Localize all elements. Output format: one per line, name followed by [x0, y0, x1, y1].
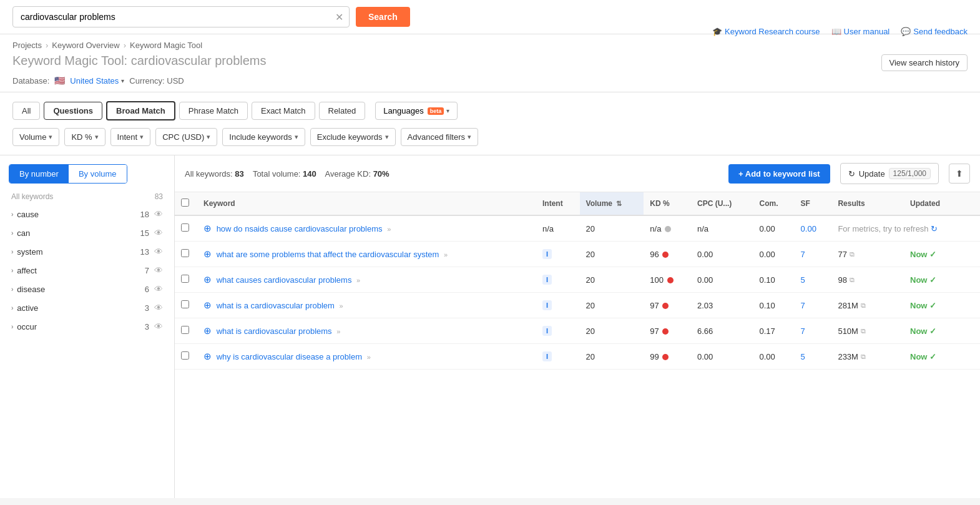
results-copy-icon[interactable]: ⧉ [850, 276, 855, 284]
kd-filter[interactable]: KD % ▾ [64, 128, 105, 146]
list-item[interactable]: › occur 3 👁 [9, 317, 165, 336]
database-country-link[interactable]: United States ▾ [70, 76, 124, 86]
tab-all[interactable]: All [12, 102, 40, 120]
eye-icon[interactable]: 👁 [154, 321, 163, 331]
keyword-link[interactable]: what is a cardiovascular problem [217, 301, 335, 310]
results-copy-icon[interactable]: ⧉ [861, 353, 866, 361]
intent-badge: I [542, 326, 552, 336]
sf-cell: 7 [795, 293, 832, 318]
clear-icon[interactable]: ✕ [335, 11, 343, 23]
user-manual-link[interactable]: 📖 User manual [831, 27, 890, 36]
row-checkbox[interactable] [181, 223, 189, 232]
updated-cell: Now ✓ [904, 293, 980, 318]
eye-icon[interactable]: 👁 [154, 303, 163, 313]
languages-button[interactable]: Languages beta ▾ [375, 102, 458, 120]
add-keyword-icon[interactable]: ⊕ [203, 351, 212, 361]
row-checkbox[interactable] [181, 326, 189, 334]
breadcrumb-projects[interactable]: Projects [12, 41, 42, 50]
volume-cell: 20 [580, 344, 644, 370]
intent-cell: I [536, 344, 580, 370]
volume-filter[interactable]: Volume ▾ [12, 128, 59, 146]
update-button[interactable]: ↻ Update 125/1,000 [840, 163, 939, 184]
cpc-filter[interactable]: CPC (USD) ▾ [155, 128, 217, 146]
keyword-link[interactable]: what causes cardiovascular problems [217, 275, 352, 285]
refresh-link[interactable]: ↻ [931, 224, 938, 233]
add-to-keyword-list-button[interactable]: + Add to keyword list [728, 164, 830, 184]
eye-icon[interactable]: 👁 [154, 247, 163, 257]
list-item[interactable]: › disease 6 👁 [9, 280, 165, 298]
tab-questions[interactable]: Questions [44, 102, 102, 120]
results-value: 98 ⧉ [838, 275, 898, 285]
send-feedback-link[interactable]: 💬 Send feedback [901, 27, 968, 36]
sf-value: 0.00 [801, 224, 816, 233]
results-copy-icon[interactable]: ⧉ [861, 327, 866, 335]
tab-phrase-match[interactable]: Phrase Match [179, 102, 248, 120]
list-item[interactable]: › cause 18 👁 [9, 205, 165, 223]
table-row: ⊕ why is cardiovascular disease a proble… [175, 344, 980, 370]
keyword-link[interactable]: why is cardiovascular disease a problem [217, 352, 362, 361]
kd-dot-icon [667, 277, 674, 283]
cpc-value: 6.66 [697, 326, 713, 336]
select-all-col [175, 192, 197, 215]
list-item[interactable]: › can 15 👁 [9, 223, 165, 242]
row-checkbox-col [175, 215, 197, 242]
add-keyword-icon[interactable]: ⊕ [203, 223, 212, 233]
intent-chevron-icon: ▾ [140, 133, 144, 141]
cpc-cell: 0.00 [691, 242, 753, 267]
table-body: ⊕ how do nsaids cause cardiovascular pro… [175, 215, 980, 370]
breadcrumb-sep-1: › [46, 41, 48, 50]
eye-icon[interactable]: 👁 [154, 284, 163, 294]
intent-filter[interactable]: Intent ▾ [110, 128, 151, 146]
add-keyword-icon[interactable]: ⊕ [203, 325, 212, 336]
advanced-filters[interactable]: Advanced filters ▾ [401, 128, 479, 146]
eye-icon[interactable]: 👁 [154, 265, 163, 275]
keyword-cell: ⊕ what is cardiovascular problems » [197, 318, 536, 344]
feedback-icon: 💬 [901, 27, 911, 36]
cpc-value: 0.00 [697, 250, 713, 259]
tab-related[interactable]: Related [319, 102, 366, 120]
database-chevron-icon: ▾ [121, 77, 124, 84]
list-item[interactable]: › affect 7 👁 [9, 261, 165, 280]
row-checkbox[interactable] [181, 351, 189, 360]
keyword-research-course-link[interactable]: 🎓 Keyword Research course [712, 27, 820, 36]
com-value: 0.00 [760, 352, 775, 361]
breadcrumb-keyword-magic[interactable]: Keyword Magic Tool [130, 41, 202, 50]
breadcrumb-keyword-overview[interactable]: Keyword Overview [52, 41, 119, 50]
cpc-value: n/a [697, 224, 708, 233]
keyword-link[interactable]: what is cardiovascular problems [217, 326, 332, 336]
cpc-chevron-icon: ▾ [207, 133, 210, 141]
select-all-checkbox[interactable] [181, 199, 189, 207]
row-checkbox[interactable] [181, 275, 189, 283]
results-copy-icon[interactable]: ⧉ [861, 302, 866, 310]
com-col-header: Com. [753, 192, 795, 215]
eye-icon[interactable]: 👁 [154, 228, 163, 238]
search-input[interactable] [12, 6, 350, 27]
list-item[interactable]: › system 13 👁 [9, 242, 165, 261]
export-button[interactable]: ⬆ [949, 164, 970, 184]
search-input-wrapper: ✕ [12, 6, 350, 27]
exclude-keywords-filter[interactable]: Exclude keywords ▾ [310, 128, 396, 146]
sidebar-item-chevron: › [11, 211, 13, 218]
tab-exact-match[interactable]: Exact Match [252, 102, 315, 120]
row-checkbox[interactable] [181, 300, 189, 308]
list-item[interactable]: › active 3 👁 [9, 298, 165, 317]
keyword-link[interactable]: what are some problems that affect the c… [217, 250, 439, 259]
view-history-button[interactable]: View search history [881, 54, 968, 71]
sidebar-item-label: affect [17, 266, 37, 275]
sidebar-toggle-by-volume[interactable]: By volume [69, 165, 127, 183]
results-cell: 77 ⧉ [831, 242, 904, 267]
results-cell: 98 ⧉ [831, 267, 904, 293]
add-keyword-icon[interactable]: ⊕ [203, 274, 212, 285]
tab-broad-match[interactable]: Broad Match [106, 101, 175, 120]
table-area: All keywords: 83 Total volume: 140 Avera… [175, 155, 980, 498]
add-keyword-icon[interactable]: ⊕ [203, 248, 212, 259]
eye-icon[interactable]: 👁 [154, 209, 163, 219]
keyword-link[interactable]: how do nsaids cause cardiovascular probl… [217, 224, 383, 233]
results-copy-icon[interactable]: ⧉ [850, 250, 855, 258]
search-button[interactable]: Search [356, 7, 410, 27]
add-keyword-icon[interactable]: ⊕ [203, 300, 212, 310]
include-keywords-filter[interactable]: Include keywords ▾ [222, 128, 305, 146]
volume-col-header[interactable]: Volume ⇅ [580, 192, 644, 215]
sidebar-toggle-by-number[interactable]: By number [9, 165, 69, 183]
row-checkbox[interactable] [181, 249, 189, 257]
